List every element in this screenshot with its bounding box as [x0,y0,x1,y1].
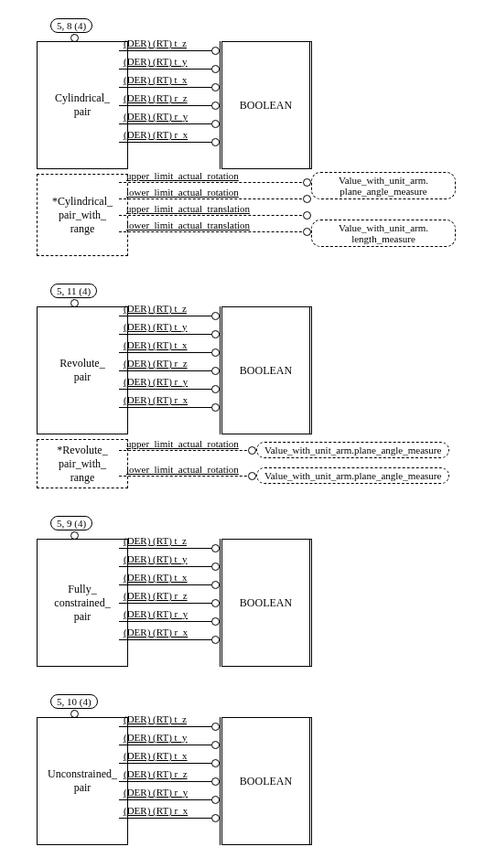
type-box: BOOLEAN [220,306,312,434]
entity-box: Unconstrained_ pair [37,717,128,845]
range-entity: *Revolute_ pair_with_ range [37,439,128,488]
type-box: BOOLEAN [220,717,312,845]
range-entity: *Cylindrical_ pair_with_ range [37,174,128,256]
type-box: BOOLEAN [220,539,312,667]
entity-box: Cylindrical_ pair [37,41,128,169]
entity-box: Revolute_ pair [37,306,128,434]
entity-box: Fully_ constrained_ pair [37,539,128,667]
type-box: BOOLEAN [220,41,312,169]
